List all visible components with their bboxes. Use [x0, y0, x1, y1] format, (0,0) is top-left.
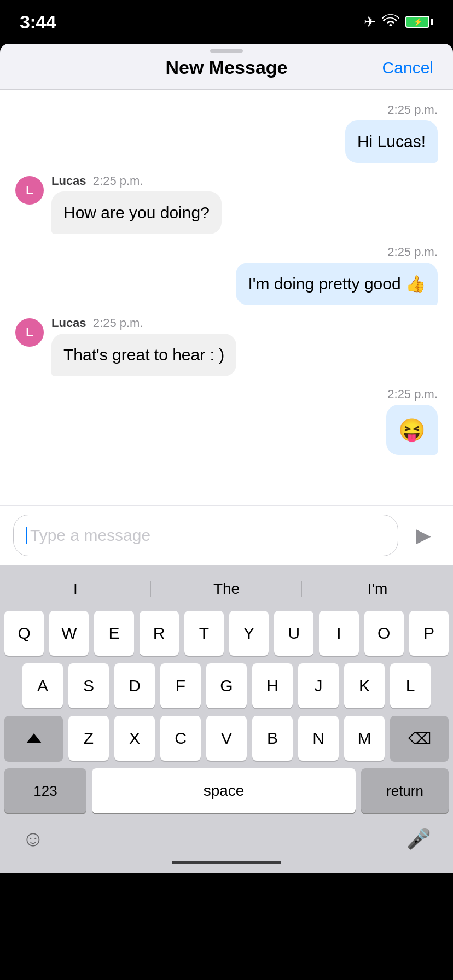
message-row: L Lucas 2:25 p.m. How are you doing? — [15, 174, 438, 234]
airplane-icon: ✈ — [364, 14, 376, 31]
key-l[interactable]: L — [390, 663, 431, 708]
key-z[interactable]: Z — [68, 716, 109, 761]
autocomplete-item[interactable]: I'm — [302, 576, 453, 602]
key-q[interactable]: Q — [4, 611, 44, 656]
key-row-3: Z X C V B N M ⌫ — [4, 716, 449, 761]
sender-name: Lucas — [51, 316, 86, 330]
message-timestamp: 2:25 p.m. — [387, 245, 438, 259]
status-icons: ✈ ⚡ — [364, 14, 433, 31]
key-o[interactable]: O — [364, 611, 404, 656]
message-timestamp: 2:25 p.m. — [387, 103, 438, 117]
key-g[interactable]: G — [206, 663, 247, 708]
message-content: 2:25 p.m. 😝 — [386, 387, 438, 455]
message-bubble: I'm doing pretty good 👍 — [236, 262, 438, 305]
key-r[interactable]: R — [140, 611, 179, 656]
key-j[interactable]: J — [298, 663, 339, 708]
emoji-button[interactable]: ☺ — [22, 826, 44, 851]
keyboard-rows: Q W E R T Y U I O P A S D F G H J K L — [0, 611, 453, 761]
message-meta: Lucas 2:25 p.m. — [51, 174, 222, 188]
home-bar — [172, 861, 281, 864]
sender-name: Lucas — [51, 174, 86, 188]
battery-icon: ⚡ — [405, 16, 433, 28]
message-bubble: How are you doing? — [51, 191, 222, 234]
shift-key[interactable] — [4, 716, 63, 761]
num-key[interactable]: 123 — [4, 768, 86, 813]
autocomplete-item[interactable]: The — [151, 576, 302, 602]
return-key[interactable]: return — [361, 768, 449, 813]
key-m[interactable]: M — [344, 716, 385, 761]
autocomplete-item[interactable]: I — [0, 576, 151, 602]
key-p[interactable]: P — [409, 611, 449, 656]
key-t[interactable]: T — [184, 611, 224, 656]
message-input-wrapper[interactable] — [13, 515, 398, 556]
header: New Message Cancel — [0, 44, 453, 90]
drag-handle — [210, 49, 243, 52]
key-d[interactable]: D — [114, 663, 155, 708]
send-icon: ▶ — [416, 524, 431, 547]
keyboard: I The I'm Q W E R T Y U I O P A S D F G … — [0, 565, 453, 873]
key-i[interactable]: I — [319, 611, 358, 656]
message-bubble: Hi Lucas! — [345, 120, 438, 163]
page-title: New Message — [166, 57, 288, 78]
autocomplete-bar: I The I'm — [0, 571, 453, 606]
key-n[interactable]: N — [298, 716, 339, 761]
status-time: 3:44 — [20, 11, 56, 33]
send-button[interactable]: ▶ — [407, 519, 440, 552]
key-f[interactable]: F — [160, 663, 201, 708]
key-x[interactable]: X — [114, 716, 155, 761]
emoji-mic-bar: ☺ 🎤 — [0, 820, 453, 855]
key-row-1: Q W E R T Y U I O P — [4, 611, 449, 656]
message-content: 2:25 p.m. I'm doing pretty good 👍 — [236, 245, 438, 305]
message-content: 2:25 p.m. Hi Lucas! — [345, 103, 438, 163]
message-input[interactable] — [14, 515, 398, 556]
message-bubble: That's great to hear : ) — [51, 334, 236, 376]
shift-icon — [26, 733, 42, 743]
cancel-button[interactable]: Cancel — [382, 59, 433, 77]
text-cursor — [26, 527, 27, 544]
message-timestamp: 2:25 p.m. — [387, 387, 438, 401]
key-s[interactable]: S — [68, 663, 109, 708]
key-k[interactable]: K — [344, 663, 385, 708]
key-c[interactable]: C — [160, 716, 201, 761]
key-w[interactable]: W — [49, 611, 89, 656]
key-y[interactable]: Y — [229, 611, 269, 656]
key-v[interactable]: V — [206, 716, 247, 761]
message-row: 2:25 p.m. 😝 — [15, 387, 438, 455]
key-u[interactable]: U — [274, 611, 313, 656]
space-key[interactable]: space — [92, 768, 356, 813]
message-row: 2:25 p.m. I'm doing pretty good 👍 — [15, 245, 438, 305]
wifi-icon — [382, 14, 399, 30]
message-row: 2:25 p.m. Hi Lucas! — [15, 103, 438, 163]
input-area: ▶ — [0, 505, 453, 565]
message-bubble: 😝 — [386, 405, 438, 455]
key-b[interactable]: B — [252, 716, 293, 761]
avatar: L — [15, 176, 44, 205]
key-row-2: A S D F G H J K L — [4, 663, 449, 708]
status-bar: 3:44 ✈ ⚡ — [0, 0, 453, 44]
home-indicator — [0, 855, 453, 873]
messages-area: 2:25 p.m. Hi Lucas! L Lucas 2:25 p.m. Ho… — [0, 90, 453, 505]
avatar: L — [15, 318, 44, 347]
key-h[interactable]: H — [252, 663, 293, 708]
key-a[interactable]: A — [22, 663, 63, 708]
key-e[interactable]: E — [94, 611, 133, 656]
mic-button[interactable]: 🎤 — [406, 827, 431, 850]
message-content: Lucas 2:25 p.m. That's great to hear : ) — [51, 316, 236, 376]
message-content: Lucas 2:25 p.m. How are you doing? — [51, 174, 222, 234]
keyboard-bottom-row: 123 space return — [0, 768, 453, 820]
message-meta: Lucas 2:25 p.m. — [51, 316, 236, 330]
backspace-key[interactable]: ⌫ — [390, 716, 449, 761]
backspace-icon: ⌫ — [408, 729, 431, 748]
message-row: L Lucas 2:25 p.m. That's great to hear :… — [15, 316, 438, 376]
